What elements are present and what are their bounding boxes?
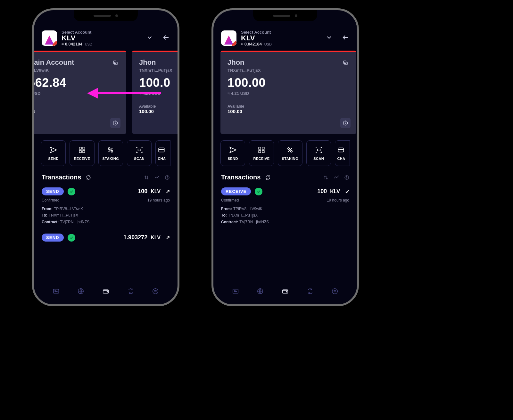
status-ok-icon — [68, 234, 75, 242]
svg-point-26 — [153, 289, 158, 294]
actions-row: SEND RECEIVE STAKING SCAN CHA — [213, 134, 357, 166]
transaction-type-pill: RECEIVE — [221, 187, 251, 195]
transactions-title: Transactions — [221, 174, 261, 181]
copy-address-icon[interactable] — [340, 58, 351, 68]
account-address: TNXmTi...PuTjsX — [139, 68, 178, 73]
transactions-header: Transactions — [213, 166, 357, 184]
account-dropdown-icon[interactable] — [146, 34, 153, 42]
transaction-time: 19 hours ago — [147, 198, 170, 202]
svg-line-42 — [288, 148, 292, 152]
svg-rect-8 — [83, 147, 85, 149]
nav-swap-icon[interactable] — [127, 288, 134, 296]
select-account-label: Select Account — [241, 30, 321, 35]
svg-point-48 — [346, 176, 347, 177]
svg-rect-44 — [338, 148, 344, 152]
nav-globe-icon[interactable] — [257, 288, 264, 296]
sort-icon[interactable] — [323, 175, 329, 180]
transaction-status: Confirmed — [221, 198, 239, 202]
info-icon[interactable] — [110, 118, 120, 128]
transactions-header: Transactions — [34, 166, 178, 184]
nav-swap-icon[interactable] — [307, 288, 314, 296]
transaction-amount: 100 KLV ↗ — [138, 188, 170, 195]
charge-button-partial[interactable]: CHA — [155, 140, 170, 166]
svg-point-41 — [291, 151, 292, 152]
charge-button-partial[interactable]: CHA — [335, 140, 350, 166]
scan-button[interactable]: SCAN — [306, 140, 331, 166]
bottom-nav — [213, 284, 357, 300]
copy-address-icon[interactable] — [110, 58, 120, 68]
svg-point-55 — [332, 289, 338, 294]
transaction-meta: From:TPiRV8...LV9wiK To:TNXmTi...PuTjsX … — [221, 206, 349, 225]
svg-rect-38 — [259, 151, 261, 153]
header: Select Account KLV ≈ 0.042184 USD — [34, 26, 178, 51]
staking-button[interactable]: STAKING — [278, 140, 302, 166]
scan-button[interactable]: SCAN — [127, 140, 152, 166]
nav-menu-icon[interactable] — [331, 288, 338, 296]
refresh-icon[interactable] — [265, 175, 271, 180]
account-cards[interactable]: Jhon TNXmTi...PuTjsX 100.00 ≈ 4.21 USD A… — [213, 51, 357, 134]
transaction-item[interactable]: RECEIVE 100 KLV ↙ Confirmed 19 hours ago… — [213, 184, 357, 230]
nav-wallet-icon[interactable] — [282, 288, 289, 296]
account-name: Jhon — [139, 58, 178, 67]
app-icon[interactable] — [221, 30, 236, 46]
back-icon[interactable] — [342, 34, 349, 43]
transaction-status: Confirmed — [42, 198, 59, 202]
account-balance: 100.0 — [139, 76, 178, 90]
svg-line-13 — [109, 148, 113, 152]
status-ok-icon — [68, 188, 75, 195]
staking-button[interactable]: STAKING — [98, 140, 123, 166]
phone-right: Select Account KLV ≈ 0.042184 USD Jhon — [211, 8, 359, 306]
account-name: Jhon — [228, 58, 349, 67]
svg-rect-14 — [138, 149, 141, 151]
receive-button[interactable]: RECEIVE — [249, 140, 274, 166]
header-price: ≈ 0.042184 USD — [62, 42, 142, 46]
account-card-jhon[interactable]: Jhon TNXmTi...PuTjsX 100.00 ≈ 4.21 USD A… — [220, 51, 356, 134]
send-button[interactable]: SEND — [220, 140, 245, 166]
bottom-nav — [34, 284, 178, 300]
svg-point-54 — [286, 292, 287, 292]
svg-point-35 — [345, 122, 346, 122]
info-small-icon[interactable] — [165, 175, 170, 180]
account-dropdown-icon[interactable] — [326, 34, 333, 42]
chart-icon[interactable] — [154, 175, 160, 180]
available-value: .84 — [34, 109, 119, 114]
svg-rect-10 — [83, 151, 85, 153]
nav-news-icon[interactable] — [232, 288, 239, 296]
sort-icon[interactable] — [144, 175, 149, 180]
transaction-item[interactable]: SEND 1.903272 KLV ↗ — [34, 230, 178, 247]
nav-menu-icon[interactable] — [152, 288, 159, 296]
transaction-item[interactable]: SEND 100 KLV ↗ Confirmed 19 hours ago Fr… — [34, 184, 178, 230]
receive-button[interactable]: RECEIVE — [70, 140, 94, 166]
header: Select Account KLV ≈ 0.042184 USD — [213, 26, 357, 51]
arrow-out-icon: ↗ — [166, 235, 170, 241]
nav-news-icon[interactable] — [53, 288, 60, 296]
chart-icon[interactable] — [333, 175, 340, 180]
nav-wallet-icon[interactable] — [102, 288, 109, 296]
select-account-label: Select Account — [62, 30, 142, 35]
svg-point-25 — [107, 292, 107, 292]
account-cards[interactable]: Main Account 8...LV9wiK 562.84 2 USD le … — [34, 51, 178, 134]
account-card-jhon-peek[interactable]: Jhon TNXmTi...PuTjsX 100.0 ≈ 4.21 USD Av… — [132, 51, 178, 134]
available-value: 100.00 — [139, 109, 178, 114]
svg-rect-37 — [262, 147, 264, 149]
back-icon[interactable] — [162, 34, 170, 43]
transactions-title: Transactions — [42, 174, 81, 181]
actions-row: SEND RECEIVE STAKING SCAN CHA — [34, 134, 178, 166]
account-card-main[interactable]: Main Account 8...LV9wiK 562.84 2 USD le … — [34, 51, 126, 134]
app-icon[interactable] — [42, 30, 57, 46]
status-ok-icon — [255, 188, 262, 195]
svg-rect-43 — [317, 149, 320, 151]
nav-globe-icon[interactable] — [77, 288, 84, 296]
refresh-icon[interactable] — [86, 175, 91, 180]
svg-rect-9 — [79, 151, 81, 153]
transaction-time: 19 hours ago — [327, 198, 349, 202]
info-icon[interactable] — [340, 118, 351, 128]
transaction-amount: 1.903272 KLV ↗ — [123, 234, 170, 241]
arrow-in-icon: ↙ — [345, 188, 349, 194]
svg-rect-15 — [159, 148, 164, 152]
account-balance: 100.00 — [228, 76, 349, 90]
info-small-icon[interactable] — [344, 175, 349, 180]
send-button[interactable]: SEND — [41, 140, 66, 166]
svg-rect-49 — [233, 289, 238, 293]
available-value: 100.00 — [228, 109, 349, 114]
